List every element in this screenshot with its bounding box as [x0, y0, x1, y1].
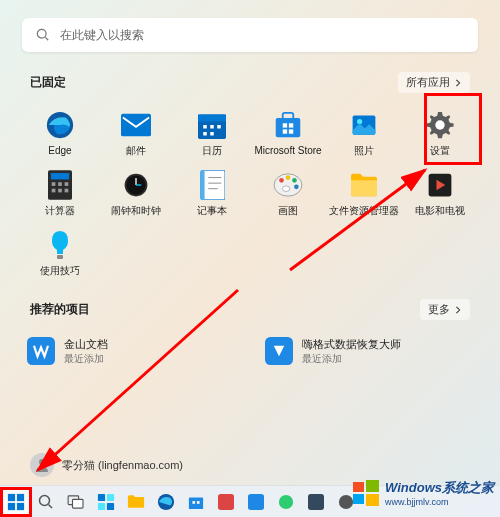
taskbar-search[interactable] [32, 488, 60, 516]
svg-rect-50 [17, 502, 24, 509]
all-apps-button[interactable]: 所有应用 [398, 72, 470, 93]
svg-rect-12 [283, 123, 287, 127]
svg-rect-5 [198, 115, 226, 122]
wps-doc-icon [26, 336, 56, 366]
app-store[interactable]: Microsoft Store [250, 105, 326, 161]
svg-rect-73 [366, 494, 379, 506]
svg-point-41 [282, 186, 289, 192]
svg-rect-49 [8, 502, 15, 509]
svg-rect-23 [65, 182, 69, 186]
svg-rect-14 [283, 129, 287, 133]
svg-rect-20 [51, 173, 69, 179]
taskbar-widgets[interactable] [92, 488, 120, 516]
app-explorer[interactable]: 文件资源管理器 [326, 165, 402, 221]
chevron-right-icon [454, 79, 462, 87]
svg-rect-7 [210, 125, 214, 129]
svg-rect-48 [17, 493, 24, 500]
svg-rect-22 [58, 182, 62, 186]
pinned-title: 已固定 [30, 74, 66, 91]
mail-icon [120, 109, 152, 141]
paint-icon [272, 169, 304, 201]
svg-rect-61 [192, 501, 195, 504]
notepad-icon [196, 169, 228, 201]
edge-icon [44, 109, 76, 141]
search-icon [36, 28, 50, 42]
svg-rect-43 [57, 255, 63, 259]
user-account[interactable]: 零分猫 (lingfenmao.com) [30, 453, 183, 477]
search-placeholder: 在此键入以搜索 [60, 27, 144, 44]
more-button[interactable]: 更多 [420, 299, 470, 320]
windows-logo-icon [353, 480, 379, 506]
calculator-icon [44, 169, 76, 201]
svg-rect-8 [217, 125, 221, 129]
app-tips[interactable]: 使用技巧 [22, 225, 98, 281]
recovery-icon [264, 336, 294, 366]
svg-point-65 [279, 494, 293, 508]
svg-point-0 [37, 29, 46, 38]
photos-icon [348, 109, 380, 141]
svg-point-38 [286, 175, 291, 180]
app-photos[interactable]: 照片 [326, 105, 402, 161]
svg-rect-54 [73, 499, 84, 508]
svg-rect-71 [366, 480, 379, 492]
app-notepad[interactable]: 记事本 [174, 165, 250, 221]
taskbar-app1[interactable] [212, 488, 240, 516]
start-button[interactable] [2, 488, 30, 516]
svg-rect-47 [8, 493, 15, 500]
app-calendar[interactable]: 日历 [174, 105, 250, 161]
app-calculator[interactable]: 计算器 [22, 165, 98, 221]
svg-rect-70 [353, 482, 364, 492]
taskbar-app2[interactable] [242, 488, 270, 516]
svg-rect-64 [248, 494, 264, 510]
svg-rect-32 [201, 170, 205, 200]
svg-rect-3 [121, 114, 151, 137]
svg-rect-13 [289, 123, 293, 127]
recommended-title: 推荐的项目 [30, 301, 90, 318]
svg-rect-66 [308, 494, 324, 510]
clock-icon [120, 169, 152, 201]
recommended-item-1[interactable]: 金山文档 最近添加 [22, 332, 240, 370]
app-paint[interactable]: 画图 [250, 165, 326, 221]
app-mail[interactable]: 邮件 [98, 105, 174, 161]
folder-icon [348, 169, 380, 201]
svg-point-51 [40, 495, 50, 505]
taskbar-taskview[interactable] [62, 488, 90, 516]
svg-rect-58 [107, 502, 114, 509]
svg-point-39 [292, 178, 297, 183]
svg-rect-57 [98, 502, 105, 509]
app-edge[interactable]: Edge [22, 105, 98, 161]
chevron-right-icon [454, 306, 462, 314]
svg-rect-56 [107, 493, 114, 500]
store-icon [272, 109, 304, 141]
svg-rect-60 [189, 497, 203, 509]
svg-rect-44 [27, 337, 55, 365]
taskbar-explorer[interactable] [122, 488, 150, 516]
svg-point-67 [339, 494, 353, 508]
svg-point-18 [435, 120, 444, 129]
taskbar-store[interactable] [182, 488, 210, 516]
svg-rect-24 [52, 189, 56, 193]
app-clock[interactable]: 闹钟和时钟 [98, 165, 174, 221]
taskbar-edge[interactable] [152, 488, 180, 516]
svg-rect-10 [210, 132, 214, 136]
app-settings[interactable]: 设置 [402, 105, 478, 161]
svg-line-1 [45, 37, 48, 40]
movies-icon [424, 169, 456, 201]
svg-point-37 [279, 178, 284, 183]
taskbar-app3[interactable] [272, 488, 300, 516]
calendar-icon [196, 109, 228, 141]
search-box[interactable]: 在此键入以搜索 [22, 18, 478, 52]
svg-rect-15 [289, 129, 293, 133]
app-movies[interactable]: 电影和电视 [402, 165, 478, 221]
svg-rect-63 [218, 494, 234, 510]
taskbar-app4[interactable] [302, 488, 330, 516]
svg-rect-72 [353, 494, 364, 504]
svg-point-46 [39, 459, 45, 465]
svg-rect-6 [203, 125, 207, 129]
svg-rect-11 [276, 118, 301, 137]
svg-rect-21 [52, 182, 56, 186]
svg-rect-26 [65, 189, 69, 193]
recommended-item-2[interactable]: 嗨格式数据恢复大师 最近添加 [260, 332, 478, 370]
avatar-icon [30, 453, 54, 477]
svg-point-40 [294, 185, 299, 190]
